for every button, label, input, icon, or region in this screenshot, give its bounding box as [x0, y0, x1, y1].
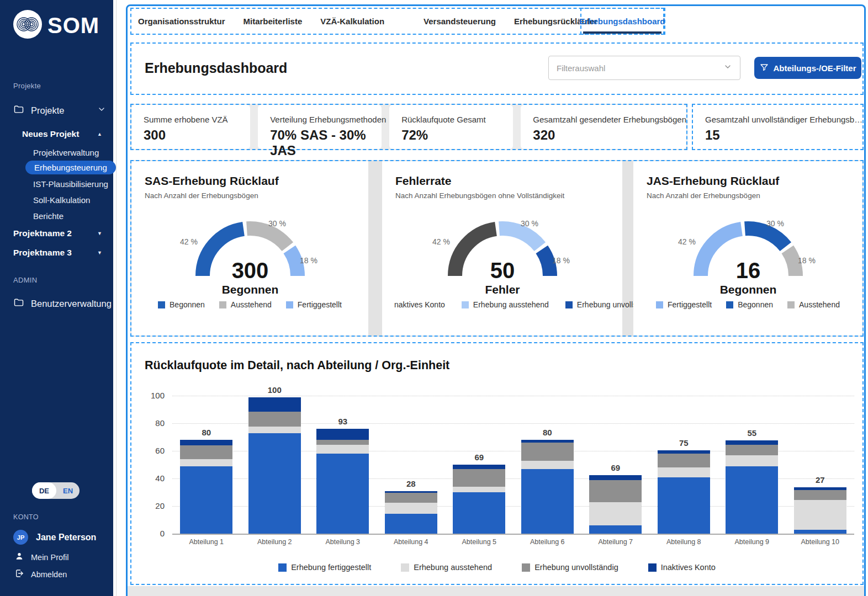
gauge-segment [289, 249, 298, 276]
person-icon [14, 551, 24, 563]
gauge-segment [499, 228, 540, 247]
legend-swatch [648, 563, 657, 572]
bar-segment [180, 440, 232, 445]
legend-swatch [522, 563, 530, 572]
bar-segment [794, 490, 846, 500]
sidebar-item-soll-kalkulation[interactable]: Soll-Kalkulation [33, 195, 90, 205]
y-tick-label: 60 [140, 446, 165, 455]
legend-item: naktives Konto [394, 300, 445, 309]
legend-swatch [219, 301, 226, 308]
legend-swatch [462, 301, 469, 308]
tab-versandsteuerung[interactable]: Versandsteuerung [424, 17, 496, 26]
legend-label: Begonnen [170, 300, 205, 309]
bar-column[interactable]: 80 [172, 396, 241, 534]
gauge-chart: 42 % 30 % 18 % 16 Begonnen [629, 204, 867, 298]
kpi-value: 72% [401, 127, 513, 143]
bar-segment [248, 427, 301, 433]
abteilungs-oe-filter-button[interactable]: Abteilungs-/OE-Filter [754, 57, 861, 79]
sidebar-item-label: Benutzerverwaltung [31, 299, 112, 309]
language-toggle[interactable]: DE EN [32, 482, 80, 499]
bar-segment [589, 480, 642, 502]
triangle-down-icon: ▼ [97, 250, 102, 256]
bar-column[interactable]: 55 [718, 396, 786, 534]
legend-label: Erhebung fertiggestellt [291, 563, 371, 572]
bar-value-label: 93 [338, 417, 347, 426]
sidebar-item-ist-plausibilisierung[interactable]: IST-Plausibilisierung [33, 179, 108, 189]
tab-vzae-kalkulation[interactable]: VZÄ-Kalkulation [320, 17, 384, 26]
x-tick-label: Abteilung 2 [241, 538, 309, 546]
sidebar-item-projektverwaltung[interactable]: Projektverwaltung [33, 148, 99, 157]
sidebar-section-konto: KONTO [13, 513, 39, 521]
sidebar-item-projekte[interactable]: Projekte [13, 104, 65, 117]
x-tick-label: Abteilung 4 [377, 538, 446, 546]
folder-icon [13, 104, 24, 117]
bar-column[interactable]: 93 [309, 396, 377, 534]
legend-item: Erhebung unvollständig [522, 563, 618, 572]
main-content: Organisationsstruktur Mitarbeiterliste V… [126, 0, 868, 596]
sidebar-group-projektname-2[interactable]: Projektname 2 ▼ [13, 228, 102, 238]
bar-segment [248, 412, 301, 427]
group-label: Projektname 3 [13, 248, 72, 258]
bar-segment [385, 503, 437, 514]
kpi-label: Summe erhobene VZÄ [144, 115, 250, 124]
sidebar-group-neues-projekt[interactable]: Neues Projekt ▲ [22, 129, 102, 139]
page-title: Erhebungsdashboard [145, 60, 287, 76]
sidebar-item-mein-profil[interactable]: Mein Profil [14, 551, 69, 563]
bar-column[interactable]: 69 [581, 396, 650, 534]
tab-mitarbeiterliste[interactable]: Mitarbeiterliste [244, 17, 303, 26]
chart-title: Rücklaufquote im Detail, nach Abteilung … [145, 359, 449, 372]
filter-select[interactable]: Filterauswahl [548, 56, 740, 80]
sidebar-section-projekte: Projekte [13, 82, 41, 90]
sidebar-item-abmelden[interactable]: Abmelden [14, 568, 67, 580]
x-tick-label: Abteilung 9 [718, 538, 786, 546]
bar-segment [180, 466, 232, 534]
bar-segment [589, 475, 642, 480]
language-option-en[interactable]: EN [56, 487, 80, 495]
bar-column[interactable]: 75 [650, 396, 718, 534]
sidebar: SOM Projekte Projekte Neues Projekt ▲ Pr… [0, 0, 113, 596]
bar-column[interactable]: 27 [786, 396, 855, 534]
bar-plot-area: 801009328698069755527 [172, 396, 854, 534]
legend-label: Erhebung ausstehend [473, 300, 549, 309]
kpi-card: Gesamtzahl unvollständiger Erhebungsb… 1… [693, 105, 862, 149]
gauge-center-value: 300 [231, 258, 268, 283]
legend-swatch [401, 563, 409, 572]
funnel-icon [760, 63, 769, 73]
legend-label: naktives Konto [394, 300, 445, 309]
bar-column[interactable]: 80 [514, 396, 582, 534]
kpi-value: 70% SAS - 30% JAS [270, 127, 382, 158]
language-option-de[interactable]: DE [32, 482, 56, 499]
kpi-card-summe-vzae: Summe erhobene VZÄ 300 [131, 105, 250, 149]
gauge-center-label: Begonnen [221, 283, 278, 296]
tab-organisationsstruktur[interactable]: Organisationsstruktur [138, 17, 225, 26]
chart-subtitle: Nach Anzahl der Erhebungsbögen [145, 191, 258, 200]
bar-value-label: 100 [268, 385, 282, 395]
bar-segment [658, 454, 710, 467]
bar-column[interactable]: 100 [241, 396, 309, 534]
legend-swatch [158, 301, 165, 308]
sidebar-item-erhebungsteuerung[interactable]: Erhebungsteuerung [25, 161, 116, 174]
legend-swatch [726, 301, 733, 308]
bar-segment [726, 440, 778, 445]
bar-segment [453, 469, 505, 487]
tab-erhebungsdashboard[interactable]: Erhebungsdashboard [579, 17, 665, 26]
user-account-row[interactable]: JP Jane Peterson [13, 530, 96, 545]
sidebar-group-projektname-3[interactable]: Projektname 3 ▼ [13, 248, 102, 258]
bar-segment [794, 530, 846, 534]
gauge-segment [745, 228, 786, 247]
sidebar-item-benutzerverwaltung[interactable]: Benutzerverwaltung [13, 297, 112, 310]
legend-swatch [286, 301, 293, 308]
gauge-center-label: Fehler [485, 283, 520, 296]
logo-text: SOM [47, 13, 99, 38]
gauge-card-fehlerrate: Fehlerrate Nach Anzahl Erhebungsbögen oh… [382, 161, 622, 336]
bar-column[interactable]: 28 [377, 396, 446, 534]
legend-swatch [787, 301, 795, 308]
gauge-center-value: 50 [490, 258, 515, 283]
gauge-segment [247, 228, 288, 247]
bar-value-label: 80 [202, 428, 211, 437]
sidebar-item-berichte[interactable]: Berichte [33, 211, 63, 221]
sidebar-item-label: Mein Profil [31, 553, 69, 562]
bar-column[interactable]: 69 [445, 396, 514, 534]
legend-swatch [278, 563, 287, 572]
segment-label: 18 % [798, 256, 816, 265]
